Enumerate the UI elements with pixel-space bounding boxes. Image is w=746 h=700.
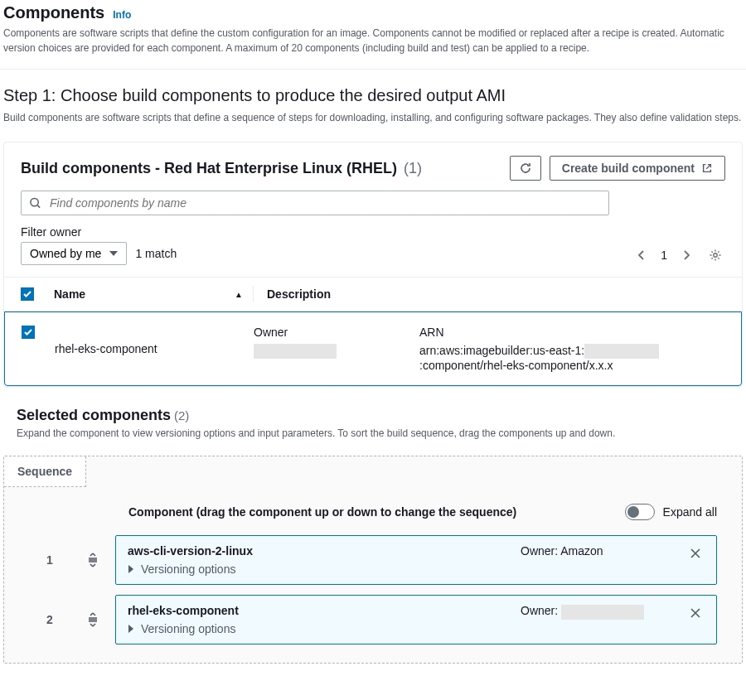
arn-label: ARN: [419, 326, 724, 339]
panel-title: Build components - Red Hat Enterprise Li…: [21, 160, 397, 177]
sequence-owner-value: Amazon: [560, 544, 603, 558]
expand-all-toggle[interactable]: [625, 504, 655, 520]
filter-owner-select[interactable]: Owned by me: [21, 242, 127, 265]
versioning-options-toggle[interactable]: Versioning options: [128, 622, 521, 635]
page-description: Components are software scripts that def…: [3, 26, 743, 56]
owner-value-redacted: [254, 344, 337, 359]
sort-asc-icon: ▲: [235, 290, 243, 299]
select-all-checkbox[interactable]: [21, 287, 34, 301]
versioning-options-label: Versioning options: [141, 622, 235, 635]
chevron-left-icon: [637, 249, 646, 261]
step-description: Build components are software scripts th…: [3, 110, 743, 125]
filter-owner-label: Filter owner: [21, 225, 177, 239]
external-link-icon: [701, 162, 713, 174]
panel-count: (1): [404, 160, 422, 177]
caret-right-icon: [128, 625, 134, 633]
tab-sequence[interactable]: Sequence: [4, 456, 86, 487]
sequence-card[interactable]: aws-cli-version-2-linux Versioning optio…: [115, 535, 717, 585]
owner-label: Owner: [254, 326, 403, 339]
remove-component-button[interactable]: [686, 604, 705, 622]
owner-value-redacted: [561, 605, 644, 620]
sequence-number: 2: [29, 613, 70, 626]
sequence-owner: Owner:: [521, 604, 686, 619]
caret-right-icon: [128, 565, 134, 573]
settings-button[interactable]: [705, 245, 725, 265]
remove-component-button[interactable]: [686, 544, 705, 562]
sequence-header: Component (drag the component up or down…: [128, 505, 516, 519]
row-checkbox[interactable]: [22, 326, 35, 339]
match-count: 1 match: [135, 247, 177, 260]
search-input[interactable]: [21, 191, 609, 215]
page-title: Components: [3, 3, 104, 22]
versioning-options-label: Versioning options: [141, 562, 235, 576]
sequence-card[interactable]: rhel-eks-component Versioning options Ow…: [115, 595, 717, 644]
row-name: rhel-eks-component: [55, 342, 157, 355]
step-title: Step 1: Choose build components to produ…: [3, 86, 743, 105]
page-number: 1: [661, 249, 667, 262]
selected-count: (2): [174, 408, 189, 422]
expand-all-label: Expand all: [663, 505, 717, 519]
drag-handle[interactable]: [82, 553, 104, 567]
arn-value: arn:aws:imagebuilder:us-east-1::componen…: [419, 344, 724, 372]
table-row[interactable]: rhel-eks-component Owner ARN arn:aws:ima…: [4, 311, 742, 386]
svg-point-0: [31, 198, 38, 205]
sequence-owner: Owner: Amazon: [521, 544, 686, 558]
drag-handle[interactable]: [82, 612, 104, 627]
sequence-item: 1 aws-cli-version-2-linux Versioning opt…: [4, 530, 742, 590]
sequence-component-name: aws-cli-version-2-linux: [128, 544, 521, 558]
chevron-right-icon: [682, 249, 690, 261]
versioning-options-toggle[interactable]: Versioning options: [128, 562, 521, 576]
refresh-button[interactable]: [510, 156, 541, 181]
sequence-number: 1: [29, 553, 70, 567]
column-divider: [253, 286, 254, 302]
svg-point-1: [714, 253, 717, 257]
sequence-component-name: rhel-eks-component: [128, 604, 521, 617]
info-link[interactable]: Info: [113, 9, 131, 21]
caret-down-icon: [109, 249, 118, 258]
create-build-component-button[interactable]: Create build component: [550, 156, 725, 181]
search-icon: [29, 197, 41, 210]
next-page-button[interactable]: [679, 246, 694, 264]
prev-page-button[interactable]: [634, 246, 649, 264]
create-build-component-label: Create build component: [562, 162, 695, 175]
gear-icon: [709, 249, 722, 262]
column-header-description[interactable]: Description: [267, 287, 331, 301]
selected-description: Expand the component to view versioning …: [17, 427, 729, 439]
selected-title: Selected components: [17, 407, 171, 423]
column-header-name[interactable]: Name: [54, 287, 85, 301]
filter-owner-value: Owned by me: [30, 247, 101, 260]
sequence-item: 2 rhel-eks-component Versioning options …: [4, 590, 742, 649]
refresh-icon: [519, 162, 532, 175]
